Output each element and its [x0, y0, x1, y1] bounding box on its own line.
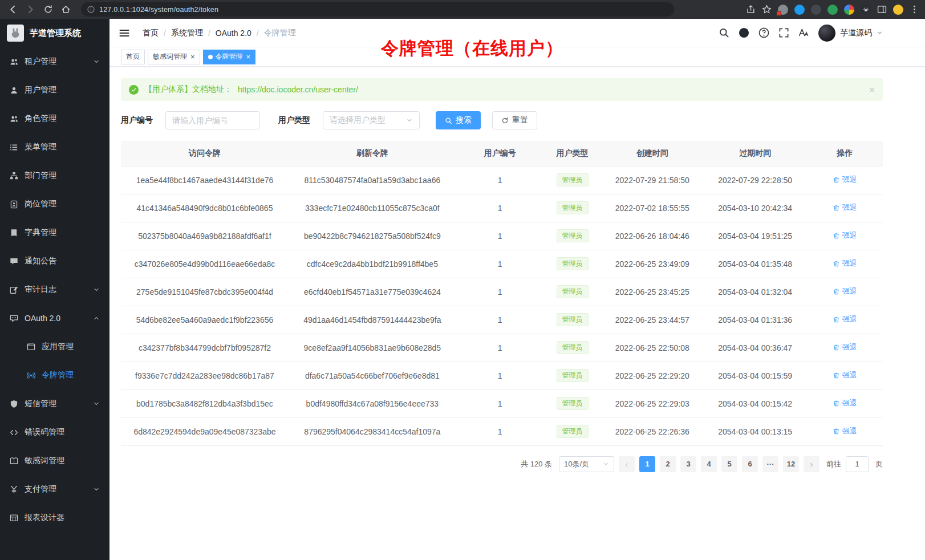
- force-logout-button[interactable]: 强退: [833, 202, 857, 213]
- table-row: b0d1785bc3a8482f812db4a3f3bd15ecb0df4980…: [121, 389, 883, 417]
- sidebar-item-tenant[interactable]: 租户管理: [0, 47, 109, 76]
- page-button-2[interactable]: 2: [660, 456, 676, 472]
- tab-sensitive-word[interactable]: 敏感词管理×: [148, 50, 200, 64]
- tab-token[interactable]: 令牌管理×: [203, 50, 256, 64]
- more-pages-button[interactable]: ···: [762, 456, 778, 472]
- table-header-row: 访问令牌刷新令牌用户编号用户类型创建时间过期时间操作: [121, 141, 883, 166]
- extension-dark-icon[interactable]: [811, 5, 821, 15]
- sidebar-item-oauth2-application[interactable]: 应用管理: [0, 332, 109, 361]
- sidebar-item-post[interactable]: 岗位管理: [0, 190, 109, 218]
- refresh-icon: [501, 117, 509, 124]
- star-icon[interactable]: [762, 5, 772, 14]
- close-icon[interactable]: ×: [190, 53, 195, 60]
- force-logout-button[interactable]: 强退: [833, 426, 857, 436]
- close-icon[interactable]: ×: [246, 53, 251, 60]
- reload-button[interactable]: [43, 5, 53, 14]
- sidebar-item-error-code[interactable]: 错误码管理: [0, 418, 109, 447]
- sidebar-item-role[interactable]: 角色管理: [0, 104, 109, 133]
- force-logout-button[interactable]: 强退: [833, 175, 857, 185]
- forward-button[interactable]: [26, 5, 35, 14]
- sidebar-item-label: 支付管理: [25, 484, 56, 494]
- extension-green-icon[interactable]: [827, 5, 838, 15]
- tab-home[interactable]: 首页: [121, 50, 145, 64]
- search-icon: [445, 117, 452, 124]
- extension-badged-icon[interactable]: [778, 5, 788, 15]
- user-menu[interactable]: 芋道源码: [818, 25, 883, 42]
- extension-paw-icon[interactable]: [861, 5, 871, 15]
- back-button[interactable]: [8, 5, 18, 14]
- breadcrumb-separator: /: [208, 29, 210, 38]
- extension-color-icon[interactable]: [844, 5, 854, 15]
- notice-icon: [10, 257, 18, 266]
- force-logout-button[interactable]: 强退: [833, 314, 857, 324]
- force-logout-button[interactable]: 强退: [833, 230, 857, 241]
- goto-page-input[interactable]: [846, 456, 869, 472]
- force-logout-button[interactable]: 强退: [833, 258, 857, 269]
- fullscreen-icon[interactable]: [778, 27, 789, 38]
- github-icon[interactable]: [739, 27, 749, 38]
- profile-avatar-icon[interactable]: [893, 5, 903, 15]
- address-bar[interactable]: 127.0.0.1:1024/system/oauth2/token: [81, 2, 674, 17]
- sidebar-item-oauth2[interactable]: OAuth 2.0: [0, 304, 109, 332]
- search-button[interactable]: 搜索: [436, 111, 481, 129]
- sidebar-item-dict[interactable]: 字典管理: [0, 218, 109, 247]
- user-type-badge: 管理员: [557, 201, 589, 214]
- page-button-12[interactable]: 12: [783, 456, 799, 472]
- breadcrumb-item[interactable]: OAuth 2.0: [216, 29, 251, 38]
- cell-created-time: 2022-06-25 23:49:09: [601, 250, 704, 278]
- page-button-3[interactable]: 3: [680, 456, 696, 472]
- sidebar-item-dept[interactable]: 部门管理: [0, 161, 109, 190]
- force-logout-button[interactable]: 强退: [833, 286, 857, 297]
- cell-refresh-token: 811c530487574fa0af1a59d3abc1aa66: [289, 166, 456, 194]
- page-size-select[interactable]: 10条/页: [559, 456, 614, 472]
- user-id-input[interactable]: [165, 111, 260, 129]
- kebab-menu-icon[interactable]: [910, 5, 919, 14]
- sidebar-item-user[interactable]: 用户管理: [0, 76, 109, 104]
- sidebar-item-oauth2-token[interactable]: 令牌管理: [0, 361, 109, 389]
- force-logout-button[interactable]: 强退: [833, 370, 857, 380]
- sidebar-item-label: 错误码管理: [25, 427, 64, 437]
- tab-label: 首页: [126, 52, 140, 62]
- app-logo[interactable]: 芋道管理系统: [0, 19, 109, 47]
- force-logout-button[interactable]: 强退: [833, 342, 857, 352]
- close-icon[interactable]: ×: [869, 85, 875, 95]
- doc-link[interactable]: https://doc.iocoder.cn/user-center/: [238, 85, 358, 94]
- user-type-select[interactable]: 请选择用户类型: [323, 111, 420, 129]
- side-panel-icon[interactable]: [877, 5, 887, 14]
- page-button-6[interactable]: 6: [742, 456, 758, 472]
- cell-access-token: 6d842e2924594de9a09e45e087323abe: [121, 417, 289, 445]
- font-size-icon[interactable]: [798, 27, 809, 38]
- sidebar-item-pay[interactable]: 支付管理: [0, 475, 109, 504]
- sidebar-item-sms[interactable]: 短信管理: [0, 389, 109, 418]
- force-logout-label: 强退: [842, 258, 857, 269]
- username: 芋道源码: [840, 28, 872, 38]
- force-logout-button[interactable]: 强退: [833, 398, 857, 408]
- breadcrumb-item[interactable]: 首页: [143, 28, 159, 38]
- search-icon[interactable]: [719, 27, 729, 38]
- sidebar-item-sensitive-word[interactable]: 敏感词管理: [0, 447, 109, 475]
- sidebar-item-notice[interactable]: 通知公告: [0, 247, 109, 275]
- sidebar-item-label: 应用管理: [42, 342, 74, 352]
- share-icon[interactable]: [746, 5, 756, 14]
- next-page-button[interactable]: ›: [804, 456, 819, 472]
- prev-page-button[interactable]: ‹: [619, 456, 635, 472]
- goto-suffix: 页: [875, 459, 883, 469]
- column-header: 刷新令牌: [289, 141, 456, 166]
- sidebar-item-menu[interactable]: 菜单管理: [0, 133, 109, 161]
- cell-refresh-token: be90422b8c7946218275a508bf524fc9: [289, 222, 456, 250]
- notification-badge: [776, 11, 781, 16]
- breadcrumb-item[interactable]: 系统管理: [171, 28, 203, 38]
- page-button-5[interactable]: 5: [721, 456, 737, 472]
- page-button-1[interactable]: 1: [639, 456, 655, 472]
- site-info-icon[interactable]: [87, 6, 95, 13]
- sidebar-item-report-designer[interactable]: 报表设计器: [0, 504, 109, 532]
- reset-button[interactable]: 重置: [492, 111, 537, 129]
- trash-icon: [833, 372, 840, 379]
- page-button-4[interactable]: 4: [701, 456, 717, 472]
- extension-blue-icon[interactable]: [794, 5, 805, 15]
- home-button[interactable]: [61, 5, 71, 14]
- user-type-badge: 管理员: [557, 425, 589, 438]
- menu-fold-icon[interactable]: [119, 27, 130, 39]
- sidebar-item-audit-log[interactable]: 审计日志: [0, 275, 109, 304]
- help-icon[interactable]: [758, 27, 769, 38]
